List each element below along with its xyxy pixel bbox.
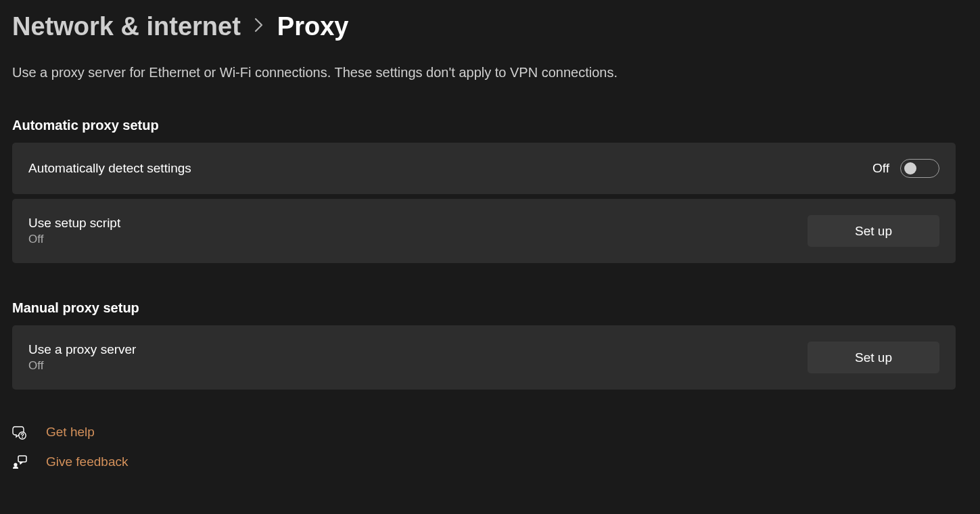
help-icon — [12, 425, 27, 440]
chevron-right-icon — [254, 18, 264, 37]
use-setup-script-row: Use setup script Off Set up — [12, 199, 956, 263]
proxy-server-label: Use a proxy server — [28, 342, 136, 357]
automatically-detect-settings-row: Automatically detect settings Off — [12, 143, 956, 194]
proxy-server-status: Off — [28, 359, 136, 373]
give-feedback-label: Give feedback — [46, 454, 128, 469]
give-feedback-link[interactable]: Give feedback — [12, 454, 968, 469]
proxy-server-setup-button[interactable]: Set up — [808, 342, 939, 373]
automatic-proxy-header: Automatic proxy setup — [12, 118, 968, 133]
auto-detect-toggle-state: Off — [872, 161, 889, 176]
get-help-label: Get help — [46, 425, 95, 440]
auto-detect-toggle[interactable] — [900, 159, 939, 178]
svg-point-2 — [14, 463, 17, 466]
page-description: Use a proxy server for Ethernet or Wi-Fi… — [12, 65, 968, 80]
page-title: Proxy — [277, 12, 349, 41]
feedback-icon — [12, 454, 27, 469]
get-help-link[interactable]: Get help — [12, 425, 968, 440]
setup-script-label: Use setup script — [28, 216, 120, 231]
breadcrumb-parent-link[interactable]: Network & internet — [12, 12, 241, 41]
toggle-knob — [904, 162, 916, 174]
use-proxy-server-row: Use a proxy server Off Set up — [12, 325, 956, 390]
svg-point-1 — [22, 437, 23, 438]
svg-rect-3 — [18, 456, 26, 462]
auto-detect-label: Automatically detect settings — [28, 161, 191, 176]
setup-script-status: Off — [28, 233, 120, 246]
manual-proxy-header: Manual proxy setup — [12, 300, 968, 316]
setup-script-button[interactable]: Set up — [808, 215, 939, 247]
breadcrumb: Network & internet Proxy — [12, 12, 968, 41]
